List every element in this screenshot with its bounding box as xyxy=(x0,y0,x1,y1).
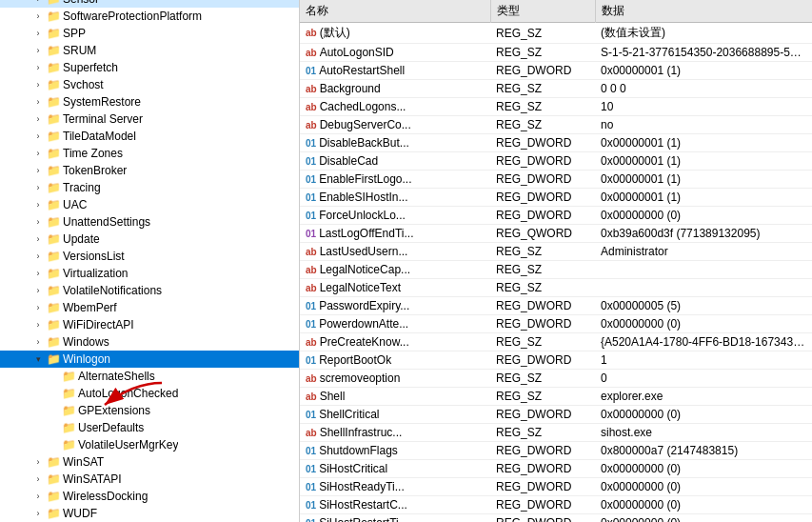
table-row[interactable]: 01LastLogOffEndTi...REG_QWORD0xb39a600d3… xyxy=(300,225,812,243)
tree-item-terminalserver[interactable]: ›📁Terminal Server xyxy=(0,110,299,128)
tree-item-wbemperf[interactable]: ›📁WbemPerf xyxy=(0,299,299,316)
tree-toggle-systemrestore[interactable]: › xyxy=(30,97,46,107)
tree-toggle-winlogon[interactable]: ▾ xyxy=(30,354,46,364)
folder-icon-wbemperf: 📁 xyxy=(46,301,61,314)
tree-toggle-virtualization[interactable]: › xyxy=(30,269,46,278)
table-row[interactable]: abscremoveoptionREG_SZ0 xyxy=(300,370,812,388)
table-row[interactable]: 01ShellCriticalREG_DWORD0x00000000 (0) xyxy=(300,406,812,424)
table-row[interactable]: 01SiHostRestartC...REG_DWORD0x00000000 (… xyxy=(300,496,812,514)
table-row[interactable]: 01DisableBackBut...REG_DWORD0x00000001 (… xyxy=(300,134,812,152)
folder-icon-virtualization: 📁 xyxy=(46,267,61,280)
tree-item-wirelessdocking[interactable]: ›📁WirelessDocking xyxy=(0,488,299,505)
tree-toggle-wifidirectapi[interactable]: › xyxy=(30,320,46,330)
table-row[interactable]: 01ForceUnlockLo...REG_DWORD0x00000000 (0… xyxy=(300,207,812,225)
tree-toggle-svchost[interactable]: › xyxy=(30,80,46,90)
tree-toggle-wbemperf[interactable]: › xyxy=(30,303,46,312)
tree-item-winsat[interactable]: ›📁WinSAT xyxy=(0,453,299,471)
tree-toggle-sensor[interactable]: › xyxy=(30,0,46,4)
tree-toggle-unattendsettings[interactable]: › xyxy=(30,217,46,227)
reg-data-cell xyxy=(595,261,812,279)
tree-item-update[interactable]: ›📁Update xyxy=(0,231,299,248)
tree-item-systemrestore[interactable]: ›📁SystemRestore xyxy=(0,93,299,110)
tree-toggle-winsatapi[interactable]: › xyxy=(30,474,46,484)
reg-data-cell: 0x00000000 (0) xyxy=(595,514,812,523)
tree-toggle-terminalserver[interactable]: › xyxy=(30,114,46,124)
table-row[interactable]: 01SiHostReadyTi...REG_DWORD0x00000000 (0… xyxy=(300,478,812,496)
reg-type-cell: REG_SZ xyxy=(490,243,595,261)
tree-item-wifidirectapi[interactable]: ›📁WiFiDirectAPI xyxy=(0,316,299,333)
tree-item-volatilenotifications[interactable]: ›📁VolatileNotifications xyxy=(0,282,299,299)
tree-toggle-superfetch[interactable]: › xyxy=(30,63,46,72)
table-row[interactable]: 01AutoRestartShellREG_DWORD0x00000001 (1… xyxy=(300,62,812,80)
table-row[interactable]: ab(默认)REG_SZ(数值未设置) xyxy=(300,23,812,44)
table-row[interactable]: abLegalNoticeCap...REG_SZ xyxy=(300,261,812,279)
tree-toggle-tokenbroker[interactable]: › xyxy=(30,166,46,175)
table-row[interactable]: 01SiHostCriticalREG_DWORD0x00000000 (0) xyxy=(300,460,812,478)
col-header-data[interactable]: 数据 xyxy=(595,0,812,23)
tree-item-uac[interactable]: ›📁UAC xyxy=(0,196,299,213)
tree-toggle-tiledatamodel[interactable]: › xyxy=(30,131,46,141)
table-row[interactable]: 01ShutdownFlagsREG_DWORD0x800000a7 (2147… xyxy=(300,442,812,460)
tree-item-srum[interactable]: ›📁SRUM xyxy=(0,42,299,59)
col-header-name[interactable]: 名称 xyxy=(300,0,490,23)
tree-toggle-wirelessdocking[interactable]: › xyxy=(30,492,46,501)
table-row[interactable]: abCachedLogons...REG_SZ10 xyxy=(300,98,812,116)
tree-toggle-timezones[interactable]: › xyxy=(30,149,46,158)
reg-data-cell: 0x00000000 (0) xyxy=(595,478,812,496)
table-row[interactable]: abLastUsedUsern...REG_SZAdministrator xyxy=(300,243,812,261)
tree-item-wudf[interactable]: ›📁WUDF xyxy=(0,505,299,522)
table-row[interactable]: abDebugServerCo...REG_SZno xyxy=(300,116,812,134)
tree-item-tokenbroker[interactable]: ›📁TokenBroker xyxy=(0,162,299,179)
tree-item-svchost[interactable]: ›📁Svchost xyxy=(0,76,299,93)
tree-toggle-winsat[interactable]: › xyxy=(30,457,46,467)
tree-toggle-srum[interactable]: › xyxy=(30,46,46,55)
reg-type-cell: REG_SZ xyxy=(490,424,595,442)
tree-item-autologonchecked[interactable]: 📁AutoLogonChecked xyxy=(0,385,299,402)
table-row[interactable]: abBackgroundREG_SZ0 0 0 xyxy=(300,80,812,98)
reg-type-cell: REG_DWORD xyxy=(490,62,595,80)
reg-name-cell: 01ReportBootOk xyxy=(300,351,490,370)
table-row[interactable]: abLegalNoticeTextREG_SZ xyxy=(300,279,812,297)
tree-item-tiledatamodel[interactable]: ›📁TileDataModel xyxy=(0,128,299,145)
tree-item-winsatapi[interactable]: ›📁WinSATAPI xyxy=(0,471,299,488)
tree-toggle-uac[interactable]: › xyxy=(30,200,46,210)
table-row[interactable]: abShellREG_SZexplorer.exe xyxy=(300,388,812,406)
table-row[interactable]: 01ReportBootOkREG_DWORD1 xyxy=(300,351,812,370)
tree-item-gpextensions[interactable]: 📁GPExtensions xyxy=(0,402,299,419)
tree-toggle-wudf[interactable]: › xyxy=(30,509,46,518)
registry-tree[interactable]: ›📁Ports›📁Prefetcher›📁Print›📁ProfileList›… xyxy=(0,0,300,522)
tree-toggle-softwareprotectionplatform[interactable]: › xyxy=(30,11,46,21)
tree-item-tracing[interactable]: ›📁Tracing xyxy=(0,179,299,196)
table-row[interactable]: 01EnableFirstLogo...REG_DWORD0x00000001 … xyxy=(300,171,812,189)
tree-item-sensor[interactable]: ›📁Sensor xyxy=(0,0,299,8)
tree-item-versionslist[interactable]: ›📁VersionsList xyxy=(0,248,299,265)
tree-item-unattendsettings[interactable]: ›📁UnattendSettings xyxy=(0,213,299,231)
tree-item-softwareprotectionplatform[interactable]: ›📁SoftwareProtectionPlatform xyxy=(0,8,299,25)
tree-item-winlogon[interactable]: ▾📁Winlogon xyxy=(0,351,299,368)
tree-item-volatileusermgrkey[interactable]: 📁VolatileUserMgrKey xyxy=(0,436,299,453)
tree-toggle-spp[interactable]: › xyxy=(30,29,46,38)
tree-item-timezones[interactable]: ›📁Time Zones xyxy=(0,145,299,162)
table-row[interactable]: 01DisableCadREG_DWORD0x00000001 (1) xyxy=(300,152,812,171)
tree-toggle-versionslist[interactable]: › xyxy=(30,251,46,261)
tree-item-virtualization[interactable]: ›📁Virtualization xyxy=(0,265,299,282)
tree-toggle-windows[interactable]: › xyxy=(30,337,46,347)
col-header-type[interactable]: 类型 xyxy=(490,0,595,23)
tree-item-superfetch[interactable]: ›📁Superfetch xyxy=(0,59,299,76)
table-row[interactable]: 01EnableSIHostIn...REG_DWORD0x00000001 (… xyxy=(300,189,812,207)
table-row[interactable]: abPreCreateKnow...REG_SZ{A520A1A4-1780-4… xyxy=(300,333,812,351)
table-row[interactable]: abAutoLogonSIDREG_SZS-1-5-21-3776154350-… xyxy=(300,44,812,62)
table-row[interactable]: 01PasswordExpiry...REG_DWORD0x00000005 (… xyxy=(300,297,812,315)
tree-item-userdefaults[interactable]: 📁UserDefaults xyxy=(0,419,299,436)
table-row[interactable]: 01PowerdownAtte...REG_DWORD0x00000000 (0… xyxy=(300,315,812,333)
reg-name-cell: abAutoLogonSID xyxy=(300,44,490,62)
table-row[interactable]: 01SiHostRestartTi...REG_DWORD0x00000000 … xyxy=(300,514,812,523)
table-row[interactable]: abShellInfrastruc...REG_SZsihost.exe xyxy=(300,424,812,442)
tree-item-windows[interactable]: ›📁Windows xyxy=(0,333,299,351)
tree-toggle-volatilenotifications[interactable]: › xyxy=(30,286,46,295)
tree-item-spp[interactable]: ›📁SPP xyxy=(0,25,299,42)
tree-toggle-tracing[interactable]: › xyxy=(30,183,46,192)
tree-toggle-update[interactable]: › xyxy=(30,234,46,244)
tree-item-alternateshells[interactable]: 📁AlternateShells xyxy=(0,368,299,385)
reg-type-cell: REG_DWORD xyxy=(490,134,595,152)
